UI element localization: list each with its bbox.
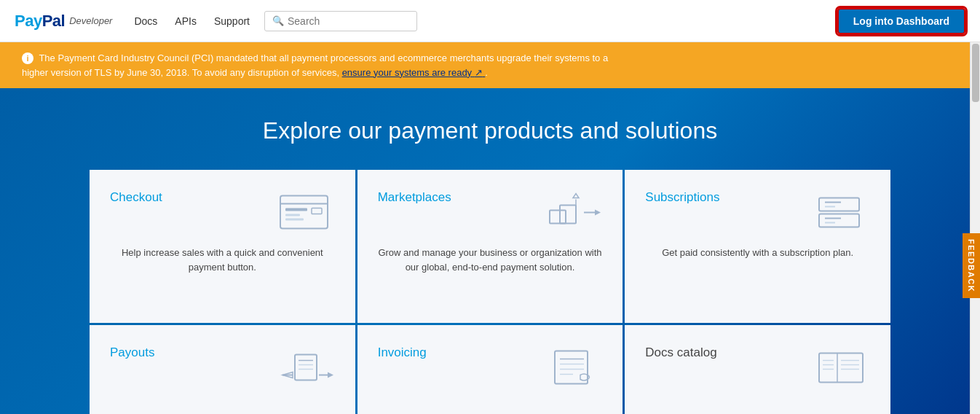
hero-section: Explore our payment products and solutio… <box>0 88 980 414</box>
card-checkout-desc: Help increase sales with a quick and con… <box>110 246 335 274</box>
card-docs-catalog[interactable]: Docs catalog <box>625 325 890 414</box>
svg-rect-12 <box>819 198 859 211</box>
search-input[interactable] <box>288 15 409 27</box>
navbar: PayPal Developer Docs APIs Support 🔍 Log… <box>0 0 980 42</box>
svg-rect-18 <box>295 355 317 380</box>
svg-rect-26 <box>555 351 588 384</box>
hero-title: Explore our payment products and solutio… <box>15 117 965 144</box>
cards-grid: Checkout Help increase sales with a quic… <box>90 170 890 414</box>
subscriptions-icon <box>812 190 870 234</box>
search-icon: 🔍 <box>272 15 284 26</box>
card-marketplaces[interactable]: Marketplaces Grow and manage your busine… <box>357 170 623 323</box>
search-box[interactable]: 🔍 <box>264 11 417 31</box>
svg-marker-25 <box>328 372 333 378</box>
card-payouts-header: Payouts <box>110 345 335 389</box>
svg-rect-2 <box>285 208 307 211</box>
svg-marker-11 <box>573 194 579 198</box>
alert-text-2: higher version of TLS by June 30, 2018. … <box>22 67 488 78</box>
nav-links: Docs APIs Support <box>134 15 250 27</box>
card-docs-catalog-header: Docs catalog <box>645 345 870 389</box>
card-subscriptions[interactable]: Subscriptions Get paid consistently with… <box>625 170 890 323</box>
card-subscriptions-header: Subscriptions <box>645 190 870 234</box>
card-checkout-header: Checkout <box>110 190 335 234</box>
paypal-logo-text: PayPal <box>15 12 65 31</box>
card-payouts-title: Payouts <box>110 345 154 360</box>
svg-rect-13 <box>819 214 859 227</box>
alert-link[interactable]: ensure your systems are ready ↗ <box>342 67 486 78</box>
info-icon: i <box>22 52 33 64</box>
checkout-icon <box>277 190 335 234</box>
card-marketplaces-header: Marketplaces <box>378 190 603 234</box>
marketplace-icon <box>544 190 602 234</box>
card-subscriptions-title: Subscriptions <box>645 190 719 205</box>
svg-rect-6 <box>550 211 566 224</box>
card-marketplaces-title: Marketplaces <box>378 190 451 205</box>
external-link-icon: ↗ <box>475 67 483 78</box>
invoicing-icon <box>544 345 602 389</box>
card-invoicing-title: Invoicing <box>378 345 427 360</box>
payouts-icon <box>277 345 335 389</box>
card-docs-catalog-title: Docs catalog <box>645 345 716 360</box>
feedback-button[interactable]: FEEDBACK <box>963 233 980 298</box>
svg-rect-3 <box>285 214 300 216</box>
login-dashboard-button[interactable]: Log into Dashboard <box>837 8 965 34</box>
docs-catalog-icon <box>812 345 870 389</box>
svg-rect-31 <box>819 354 863 383</box>
scrollbar[interactable] <box>970 42 980 414</box>
scrollbar-thumb[interactable] <box>972 44 979 102</box>
card-subscriptions-desc: Get paid consistently with a subscriptio… <box>645 246 870 260</box>
alert-text-1: The Payment Card Industry Council (PCI) … <box>39 52 608 63</box>
svg-rect-0 <box>280 196 328 229</box>
card-marketplaces-desc: Grow and manage your business or organiz… <box>378 246 603 274</box>
svg-marker-9 <box>595 210 601 216</box>
card-invoicing[interactable]: Invoicing <box>357 325 623 414</box>
card-payouts[interactable]: Payouts <box>90 325 355 414</box>
nav-docs[interactable]: Docs <box>134 15 157 27</box>
nav-apis[interactable]: APIs <box>175 15 197 27</box>
logo-pay: Pay <box>15 12 42 30</box>
nav-support[interactable]: Support <box>214 15 250 27</box>
svg-rect-7 <box>560 206 576 224</box>
logo[interactable]: PayPal Developer <box>15 12 112 31</box>
logo-developer: Developer <box>69 15 112 26</box>
svg-rect-5 <box>312 208 322 214</box>
card-invoicing-header: Invoicing <box>378 345 603 389</box>
svg-rect-4 <box>285 219 304 221</box>
feedback-wrapper: FEEDBACK <box>963 233 980 301</box>
card-checkout[interactable]: Checkout Help increase sales with a quic… <box>90 170 355 323</box>
card-checkout-title: Checkout <box>110 190 162 205</box>
alert-banner: i The Payment Card Industry Council (PCI… <box>0 42 980 88</box>
logo-pal: Pal <box>42 12 66 30</box>
